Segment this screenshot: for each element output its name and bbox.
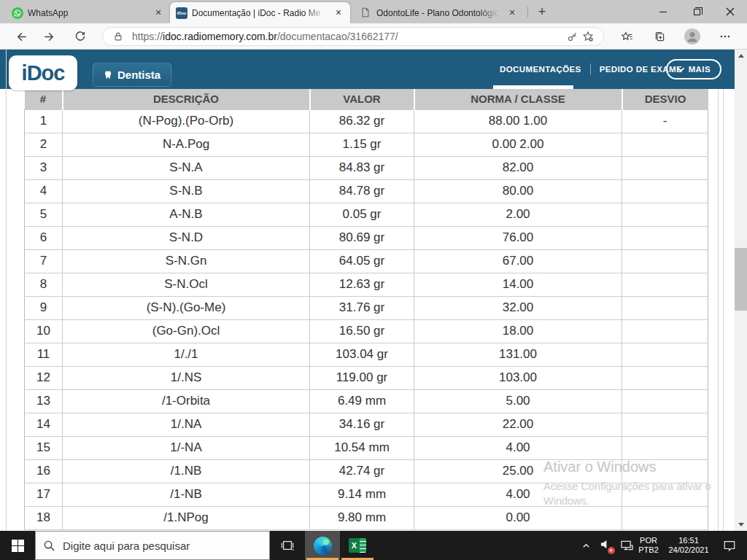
table-header: # DESCRIÇÃO VALOR NORMA / CLASSE DESVIO [25,89,708,109]
table-row[interactable]: 3 S-N.A 84.83 gr 82.00 [25,156,708,179]
cell-valor: 9.14 mm [310,483,414,506]
cell-norma: 22.00 [414,413,622,436]
nav-documentacoes[interactable]: DOCUMENTAÇÕES [491,65,590,74]
table-row[interactable]: 14 1/.NA 34.16 gr 22.00 [25,413,708,436]
clock[interactable]: 16:51 24/02/2021 [662,531,715,560]
col-header-norma[interactable]: NORMA / CLASSE [414,89,622,109]
scroll-down-icon [738,523,744,526]
clock-date: 24/02/2021 [662,545,715,555]
table-row[interactable]: 8 S-N.Ocl 12.63 gr 14.00 [25,273,708,296]
url-text[interactable]: https://idoc.radiomemory.com.br/document… [132,31,564,42]
minimize-button[interactable] [646,0,680,23]
address-bar[interactable]: https://idoc.radiomemory.com.br/document… [102,27,604,46]
network-button[interactable] [616,531,638,560]
whatsapp-icon [12,7,23,19]
scroll-down-button[interactable] [735,518,747,531]
cell-descricao: S-N.D [63,226,310,249]
table-row[interactable]: 2 N-A.Pog 1.15 gr 0.00 2.00 [25,133,708,156]
tray-overflow-button[interactable] [576,531,595,560]
table-row[interactable]: 1 (N-Pog).(Po-Orb) 86.32 gr 88.00 1.00 - [25,109,708,133]
cell-norma: 0.00 2.00 [414,133,622,156]
scrollbar-thumb[interactable] [735,248,747,311]
table-row[interactable]: 9 (S-N).(Go-Me) 31.76 gr 32.00 [25,296,708,319]
forward-button[interactable] [40,27,59,46]
action-center-button[interactable] [718,531,741,560]
table-row[interactable]: 11 1/./1 103.04 gr 131.00 [25,343,708,366]
tab-idoc-documentacao[interactable]: iDoc Documentação | iDoc - Radio Me × [170,2,350,23]
password-key-icon[interactable] [564,28,580,44]
back-icon [15,31,27,43]
tab-whatsapp[interactable]: WhatsApp × [6,2,170,23]
cell-desvio [622,389,708,413]
url-path: /documentacao/31662177/ [277,31,398,42]
excel-taskbar-button[interactable]: X [340,531,375,560]
cell-desvio [622,296,708,319]
cell-desvio [622,506,708,529]
windows-activation-watermark: Ativar o Windows Acesse Configurações pa… [543,459,726,508]
close-tab-icon[interactable]: × [333,7,344,19]
close-tab-icon[interactable]: × [152,7,164,19]
search-icon [43,540,55,552]
cell-descricao: (Go-Gn).Ocl [63,319,310,343]
page-scrollbar[interactable] [735,50,747,531]
restore-button[interactable] [680,0,713,23]
table-row[interactable]: 7 S-N.Gn 64.05 gr 67.00 [25,249,708,273]
edge-taskbar-button[interactable] [305,531,340,560]
table-row[interactable]: 12 1/.NS 119.00 gr 103.00 [25,366,708,389]
screen: WhatsApp × iDoc Documentação | iDoc - Ra… [0,0,747,560]
cell-descricao: S-N.B [63,179,310,203]
ellipsis-icon [719,31,731,42]
cell-valor: 86.32 gr [310,109,414,133]
cell-desvio [622,226,708,249]
minimize-icon [659,12,667,12]
cell-norma: 32.00 [414,296,622,319]
cell-descricao: 1/.NS [63,366,310,389]
new-tab-button[interactable]: + [533,4,551,21]
table-row[interactable]: 5 A-N.B 0.05 gr 2.00 [25,203,708,226]
cell-norma: 5.00 [414,389,622,413]
cell-desvio [622,203,708,226]
table-row[interactable]: 6 S-N.D 80.69 gr 76.00 [25,226,708,249]
keyboard-layout: PTB2 [636,545,661,555]
dentista-button[interactable]: Dentista [93,63,171,87]
mais-button[interactable]: MAIS [666,59,721,79]
table-row[interactable]: 4 S-N.B 84.78 gr 80.00 [25,179,708,203]
table-row[interactable]: 10 (Go-Gn).Ocl 16.50 gr 18.00 [25,319,708,343]
browser-menu-button[interactable] [716,27,735,46]
add-favorite-icon[interactable] [580,28,596,44]
browser-toolbar: https://idoc.radiomemory.com.br/document… [0,23,747,50]
tab-odontolife[interactable]: OdontoLife - Plano Odontológic × [355,2,524,23]
collections-icon [654,31,666,43]
table-row[interactable]: 18 /1.NPog 9.80 mm 0.00 [25,506,708,529]
dentista-label: Dentista [117,69,160,81]
page-content: DOCUMENTAÇÕES PEDIDO DE EXAME MAIS iDoc … [0,50,747,531]
lock-icon[interactable] [110,28,126,44]
idoc-logo[interactable]: iDoc [9,55,77,90]
tab-title: OdontoLife - Plano Odontológic [376,8,502,18]
table-row[interactable]: 15 1/-NA 10.54 mm 4.00 [25,436,708,459]
close-tab-icon[interactable]: × [506,7,518,19]
favorites-button[interactable] [617,27,636,46]
tab-title: WhatsApp [28,8,148,18]
close-window-button[interactable] [713,0,747,23]
cell-num: 9 [25,296,63,319]
back-button[interactable] [11,27,30,46]
col-header-valor[interactable]: VALOR [310,89,414,109]
cell-num: 14 [25,413,63,436]
language-indicator[interactable]: POR PTB2 [636,531,661,560]
clock-time: 16:51 [662,536,715,545]
taskbar-search[interactable]: Digite aqui para pesquisar [35,531,270,560]
excel-x-glyph: X [349,538,360,553]
col-header-desvio[interactable]: DESVIO [622,89,708,109]
start-button[interactable] [0,531,35,560]
collections-button[interactable] [650,27,669,46]
cell-norma: 88.00 1.00 [414,109,622,133]
col-header-desc[interactable]: DESCRIÇÃO [63,89,310,109]
refresh-button[interactable] [71,27,90,46]
task-view-button[interactable] [270,531,305,560]
col-header-num[interactable]: # [25,89,63,109]
profile-avatar[interactable] [683,27,702,46]
scroll-up-button[interactable] [735,50,747,62]
volume-muted-button[interactable]: × [595,531,616,560]
table-row[interactable]: 13 /1-Orbita 6.49 mm 5.00 [25,389,708,413]
